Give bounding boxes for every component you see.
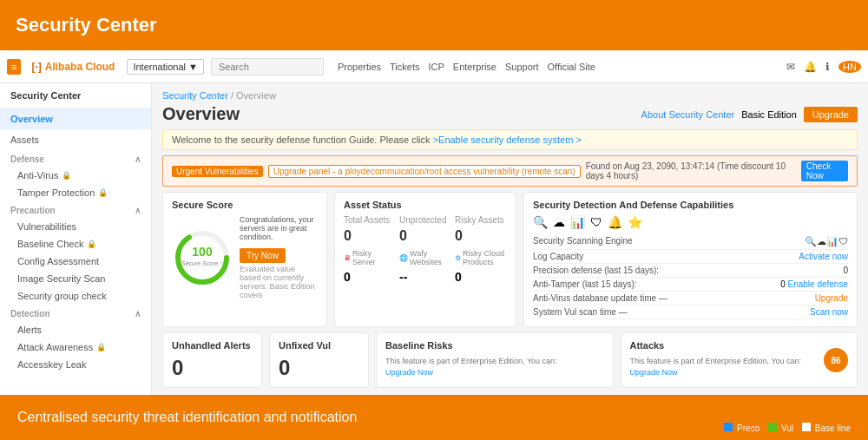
vul-dot (768, 423, 777, 431)
shield-icon: 🛡 (590, 215, 602, 229)
alert-tag-upgrade: Upgrade panel - a ploydecommuication/roo… (268, 165, 581, 178)
sidebar-item-assets[interactable]: Assets (0, 129, 151, 150)
congrats-text: Congratulations, your servers are in gre… (240, 215, 318, 241)
nav-link-icp[interactable]: ICP (429, 62, 444, 72)
user-avatar[interactable]: HN (838, 61, 861, 73)
detection-row-vul-scan: System Vul scan time — Scan now (533, 305, 848, 319)
sidebar-item-vulnerabilities[interactable]: Vulnerabilities (0, 218, 151, 235)
try-now-button[interactable]: Try Now (240, 248, 286, 263)
hamburger-button[interactable]: ≡ (7, 59, 21, 75)
attacks-badge: 86 (824, 348, 848, 372)
sidebar-item-overview[interactable]: Overview (0, 108, 151, 129)
main-panel: Security Center / Overview Overview Abou… (152, 83, 868, 395)
asset-value-risky: 0 (455, 228, 507, 244)
risky-server-label: 🖥Risky Server (344, 249, 396, 266)
legend-item-preco: Preco (724, 423, 760, 433)
wafy-label: 🌐Wafy Websites (399, 249, 451, 266)
alibaba-nav: ≡ [·] Alibaba Cloud International ▼ Prop… (0, 50, 868, 83)
search-input[interactable] (211, 58, 324, 76)
detection-row-antivirus: Anti-Virus database update time — Upgrad… (533, 292, 848, 305)
breadcrumb-overview: Overview (236, 90, 276, 101)
guide-text: Welcome to the security defense function… (172, 135, 431, 145)
sidebar-item-antivirus[interactable]: Anti-Virus 🔒 (0, 167, 151, 184)
sidebar-section-precaution: Precaution ∧ (0, 201, 151, 218)
lock-icon-4: 🔒 (96, 343, 106, 351)
chevron-up-icon: ∧ (135, 154, 141, 164)
baseline-risks-card: Baseline Risks This feature is part of E… (376, 332, 614, 388)
asset-status-title: Asset Status (344, 200, 507, 210)
main-wrapper: ≡ [·] Alibaba Cloud International ▼ Prop… (0, 50, 868, 440)
enable-defense-link2[interactable]: Enable defense (787, 279, 848, 289)
sidebar-overview-label: Overview (10, 114, 53, 124)
asset-header-unprotected: Unprotected (399, 215, 451, 225)
asset-value-unprotected: 0 (399, 228, 451, 244)
secure-score-card: Secure Score 100 Secure Score ↑ (162, 192, 327, 327)
nav-link-official[interactable]: Official Site (548, 62, 595, 72)
top-header: Security Center (0, 0, 868, 50)
upgrade-link[interactable]: Upgrade (815, 293, 848, 303)
asset-grid: Total Assets Unprotected Risky Assets 0 … (344, 215, 507, 244)
score-gauge: 100 Secure Score ↑ (172, 227, 233, 288)
breadcrumb: Security Center / Overview (162, 90, 858, 101)
asset-header-total: Total Assets (344, 215, 396, 225)
attacks-card: Attacks This feature is part of Enterpri… (621, 332, 858, 388)
unfixed-value: 0 (279, 356, 359, 380)
wafy-value: -- (399, 270, 451, 284)
cloud-dot: ⚙ (455, 254, 461, 262)
upgrade-button[interactable]: Upgrade (804, 107, 858, 122)
legend-item-baseline: Base line (802, 423, 851, 433)
edition-note: Evaluated value based on currently serve… (240, 265, 318, 299)
risky-server-value: 0 (344, 270, 396, 284)
breadcrumb-security-center[interactable]: Security Center (162, 90, 228, 101)
sidebar-item-alerts[interactable]: Alerts (0, 321, 151, 338)
check-now-button[interactable]: Check Now (801, 161, 848, 181)
sidebar-item-security-group[interactable]: Security group check (0, 287, 151, 305)
asset-sub-grid: 🖥Risky Server 🌐Wafy Websites ⚙Risky Clou… (344, 249, 507, 284)
guide-banner: Welcome to the security defense function… (162, 129, 858, 150)
about-security-link[interactable]: About Security Center (641, 109, 735, 120)
unfixed-title: Unfixed Vul (279, 340, 359, 351)
lock-icon-2: 🔒 (98, 188, 108, 197)
basic-edition-label: Basic Edition (741, 109, 797, 120)
email-icon[interactable]: ✉ (786, 61, 795, 73)
region-selector[interactable]: International ▼ (127, 59, 204, 75)
asset-header-risky: Risky Assets (455, 215, 507, 225)
baseline-upgrade-link[interactable]: Upgrade Now (385, 368, 433, 377)
sidebar-item-config[interactable]: Config Assessment (0, 253, 151, 270)
attacks-enterprise-note: This feature is part of Enterprise Editi… (630, 356, 849, 378)
log-icon: 📊 (570, 215, 585, 229)
logo-text: Alibaba Cloud (45, 61, 115, 73)
wafy-dot: 🌐 (399, 254, 408, 262)
logo-bracket: [·] (31, 61, 41, 73)
footer-text: Centralised security threat identificati… (17, 410, 357, 425)
nav-link-properties[interactable]: Properties (338, 62, 381, 72)
enable-defense-link[interactable]: >Enable security defense system > (433, 135, 582, 145)
bottom-row: Unhandled Alerts 0 Unfixed Vul 0 Baselin… (162, 332, 858, 388)
nav-link-tickets[interactable]: Tickets (390, 62, 419, 72)
sidebar-item-tamper[interactable]: Tamper Protection 🔒 (0, 184, 151, 201)
sidebar-item-baseline[interactable]: Baseline Check 🔒 (0, 235, 151, 253)
cloud-label: ⚙Risky Cloud Products (455, 249, 507, 266)
footer-legend: Preco Vul Base line (724, 423, 851, 433)
alert-banner: Urgent Vulnerabilities Upgrade panel - a… (162, 155, 858, 187)
attacks-upgrade-link[interactable]: Upgrade Now (630, 368, 678, 377)
scan-now-link[interactable]: Scan now (810, 307, 848, 317)
activate-now-link[interactable]: Activate now (799, 252, 848, 261)
sidebar-item-image-scan[interactable]: Image Security Scan (0, 270, 151, 287)
sidebar-item-accesskey[interactable]: Accesskey Leak (0, 356, 151, 373)
unhandled-title: Unhandled Alerts (172, 340, 253, 351)
alibaba-logo: [·] Alibaba Cloud (31, 61, 115, 73)
nav-link-enterprise[interactable]: Enterprise (453, 62, 496, 72)
svg-text:Secure Score ↑: Secure Score ↑ (181, 260, 223, 266)
sidebar-item-attack-awareness[interactable]: Attack Awareness 🔒 (0, 338, 151, 356)
svg-text:100: 100 (192, 245, 213, 259)
info-icon[interactable]: ℹ (825, 61, 830, 73)
alert-detect-icon: 🔔 (608, 215, 622, 229)
asset-value-total: 0 (344, 228, 396, 244)
alert-tag-urgent: Urgent Vulnerabilities (172, 166, 263, 177)
page-main-title: Security Center (16, 14, 157, 36)
nav-link-support[interactable]: Support (505, 62, 539, 72)
baseline-dot (802, 423, 811, 431)
bell-icon[interactable]: 🔔 (804, 61, 817, 73)
baseline-title: Baseline Risks (385, 340, 604, 351)
